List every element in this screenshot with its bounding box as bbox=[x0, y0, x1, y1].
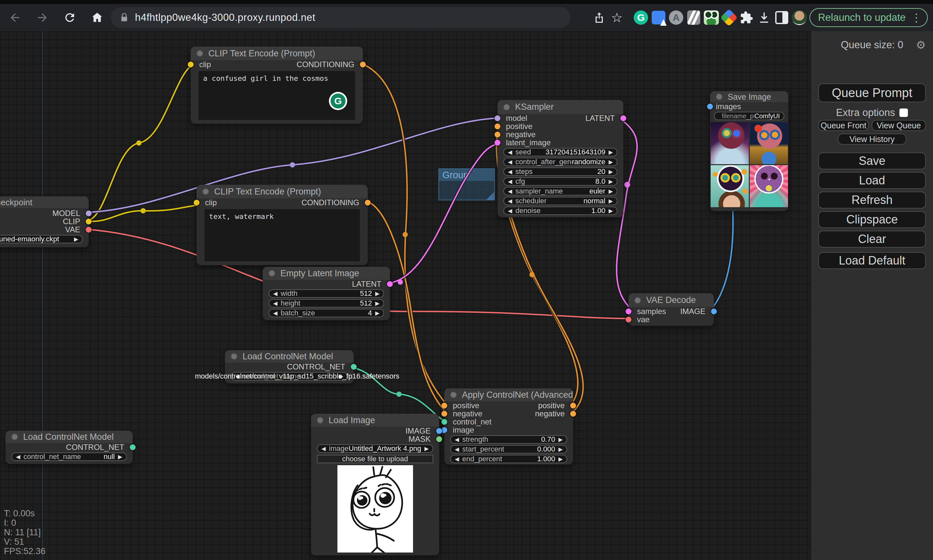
widget-strength[interactable]: ◀ strength 0.70 ▶ bbox=[450, 435, 567, 444]
decrement-arrow-icon[interactable]: ◀ bbox=[273, 291, 278, 297]
widget-ckpt-name[interactable]: v1-5-pruned-emaonly.ckpt ▶ bbox=[0, 235, 83, 243]
increment-arrow-icon[interactable]: ▶ bbox=[609, 189, 613, 194]
widget-scheduler[interactable]: ◀ scheduler normal ▶ bbox=[503, 197, 617, 205]
browser-menu-kebab-icon[interactable]: ⋮ bbox=[909, 11, 924, 24]
widget-batch-size[interactable]: ◀ batch_size 4 ▶ bbox=[268, 309, 384, 317]
translate-extension-icon[interactable] bbox=[651, 10, 666, 25]
increment-arrow-icon[interactable]: ▶ bbox=[609, 179, 613, 185]
output-port-clip[interactable] bbox=[86, 218, 92, 225]
input-port-images[interactable] bbox=[707, 104, 713, 109]
input-port-negative[interactable] bbox=[495, 132, 500, 137]
arc-extension-icon[interactable]: A bbox=[669, 10, 684, 25]
node-collapse-dot[interactable] bbox=[197, 50, 203, 57]
node-vae-decode[interactable]: VAE Decode samples IMAGE vae bbox=[629, 293, 714, 326]
input-port-control-net[interactable] bbox=[441, 419, 447, 425]
input-port-clip[interactable] bbox=[188, 62, 194, 68]
increment-arrow-icon[interactable]: ▶ bbox=[339, 374, 343, 379]
output-port-conditioning[interactable] bbox=[360, 62, 366, 68]
queue-prompt-button[interactable]: Queue Prompt bbox=[818, 83, 926, 102]
input-port-positive[interactable] bbox=[441, 403, 447, 409]
choose-file-upload-button[interactable]: choose file to upload bbox=[317, 455, 433, 463]
increment-arrow-icon[interactable]: ▶ bbox=[118, 454, 122, 460]
queue-front-button[interactable]: Queue Front bbox=[818, 120, 869, 131]
widget-end-percent[interactable]: ◀ end_percent 1.000 ▶ bbox=[450, 455, 567, 463]
increment-arrow-icon[interactable]: ▶ bbox=[609, 198, 613, 204]
generated-image-3[interactable] bbox=[711, 165, 749, 207]
output-port-control-net[interactable] bbox=[351, 364, 357, 370]
back-icon[interactable] bbox=[6, 8, 24, 27]
widget-width[interactable]: ◀ width 512 ▶ bbox=[268, 289, 384, 298]
loaded-image-preview[interactable] bbox=[338, 465, 413, 552]
node-collapse-dot[interactable] bbox=[450, 392, 457, 398]
increment-arrow-icon[interactable]: ▶ bbox=[558, 456, 563, 462]
generated-image-1[interactable] bbox=[711, 122, 749, 164]
increment-arrow-icon[interactable]: ▶ bbox=[609, 149, 613, 155]
decrement-arrow-icon[interactable]: ◀ bbox=[508, 208, 512, 214]
decrement-arrow-icon[interactable]: ◀ bbox=[508, 159, 512, 165]
reload-icon[interactable] bbox=[61, 8, 79, 27]
decrement-arrow-icon[interactable]: ◀ bbox=[321, 446, 326, 452]
node-collapse-dot[interactable] bbox=[268, 270, 275, 277]
input-port-samples[interactable] bbox=[626, 309, 631, 314]
decrement-arrow-icon[interactable]: ◀ bbox=[508, 198, 512, 204]
grammarly-badge-icon[interactable]: G bbox=[329, 92, 347, 110]
input-port-positive[interactable] bbox=[495, 123, 500, 129]
input-port-negative[interactable] bbox=[441, 411, 447, 417]
increment-arrow-icon[interactable]: ▶ bbox=[609, 169, 613, 175]
increment-arrow-icon[interactable]: ▶ bbox=[375, 291, 379, 297]
node-collapse-dot[interactable] bbox=[317, 417, 323, 423]
increment-arrow-icon[interactable]: ▶ bbox=[424, 446, 429, 452]
frog-extension-icon[interactable] bbox=[704, 10, 719, 25]
widget-seed[interactable]: ◀ seed 317204151643109 ▶ bbox=[503, 148, 617, 156]
settings-gear-icon[interactable]: ⚙ bbox=[916, 38, 926, 51]
clipspace-button[interactable]: Clipspace bbox=[818, 211, 926, 228]
share-icon[interactable] bbox=[592, 10, 607, 25]
node-save-image[interactable]: Save Image images filename_prefix ComfyU… bbox=[710, 91, 788, 211]
node-apply-controlnet-advanced[interactable]: Apply ControlNet (Advanced) positive pos… bbox=[444, 388, 573, 465]
puzzle-extensions-icon[interactable] bbox=[739, 10, 754, 25]
node-load-controlnet-model-bottom[interactable]: Load ControlNet Model CONTROL_NET ◀ cont… bbox=[6, 431, 133, 464]
increment-arrow-icon[interactable]: ▶ bbox=[609, 159, 613, 165]
decrement-arrow-icon[interactable]: ◀ bbox=[273, 301, 278, 306]
bookmark-star-icon[interactable]: ☆ bbox=[609, 10, 624, 25]
grammarly-extension-icon[interactable]: G bbox=[634, 10, 648, 25]
node-group[interactable]: Group bbox=[438, 168, 495, 200]
forward-icon[interactable] bbox=[33, 8, 51, 27]
node-collapse-dot[interactable] bbox=[716, 94, 722, 100]
decrement-arrow-icon[interactable]: ◀ bbox=[508, 179, 512, 185]
node-collapse-dot[interactable] bbox=[231, 353, 237, 360]
widget-control-net-name[interactable]: ◀ control_net_name ▶ models/controlnet/c… bbox=[231, 372, 348, 380]
lightning-extension-icon[interactable] bbox=[686, 10, 701, 25]
generated-image-2[interactable] bbox=[750, 122, 788, 164]
node-load-image[interactable]: Load Image IMAGE MASK ◀ image Untitled_A… bbox=[311, 414, 439, 555]
node-load-checkpoint[interactable]: Load Checkpoint MODEL CLIP VAE v1-5-prun… bbox=[0, 197, 89, 247]
output-port-latent[interactable] bbox=[387, 281, 393, 287]
decrement-arrow-icon[interactable]: ◀ bbox=[508, 149, 512, 155]
widget-image-select[interactable]: ◀ image Untitled_Artwork 4.png ▶ bbox=[317, 445, 433, 453]
refresh-button[interactable]: Refresh bbox=[818, 192, 926, 209]
input-port-latent-image[interactable] bbox=[495, 140, 500, 146]
output-port-model[interactable] bbox=[86, 211, 92, 216]
widget-cfg[interactable]: ◀ cfg 8.0 ▶ bbox=[503, 177, 617, 186]
output-port-latent[interactable] bbox=[620, 115, 626, 121]
increment-arrow-icon[interactable]: ▶ bbox=[375, 311, 379, 316]
decrement-arrow-icon[interactable]: ◀ bbox=[455, 437, 459, 442]
clear-button[interactable]: Clear bbox=[818, 231, 926, 248]
output-port-image[interactable] bbox=[711, 309, 717, 314]
output-port-vae[interactable] bbox=[86, 227, 92, 232]
output-port-conditioning[interactable] bbox=[365, 200, 371, 206]
relaunch-to-update-button[interactable]: Relaunch to update ⋮ bbox=[810, 8, 928, 27]
node-collapse-dot[interactable] bbox=[202, 188, 209, 195]
increment-arrow-icon[interactable]: ▶ bbox=[609, 208, 613, 214]
view-history-button[interactable]: View History bbox=[838, 134, 906, 145]
widget-control-after-generate[interactable]: ◀ control_after_generate randomize ▶ bbox=[503, 158, 617, 166]
address-bar[interactable]: h4fhtlpp0we4kg-3000.proxy.runpod.net bbox=[111, 7, 571, 28]
downloads-icon[interactable] bbox=[757, 10, 772, 25]
input-port-vae[interactable] bbox=[626, 317, 631, 323]
widget-start-percent[interactable]: ◀ start_percent 0.000 ▶ bbox=[450, 445, 567, 454]
prompt-textarea[interactable]: text, watermark bbox=[204, 209, 360, 261]
load-button[interactable]: Load bbox=[818, 172, 926, 189]
widget-steps[interactable]: ◀ steps 20 ▶ bbox=[503, 168, 617, 176]
decrement-arrow-icon[interactable]: ◀ bbox=[273, 311, 278, 316]
increment-arrow-icon[interactable]: ▶ bbox=[558, 437, 563, 442]
